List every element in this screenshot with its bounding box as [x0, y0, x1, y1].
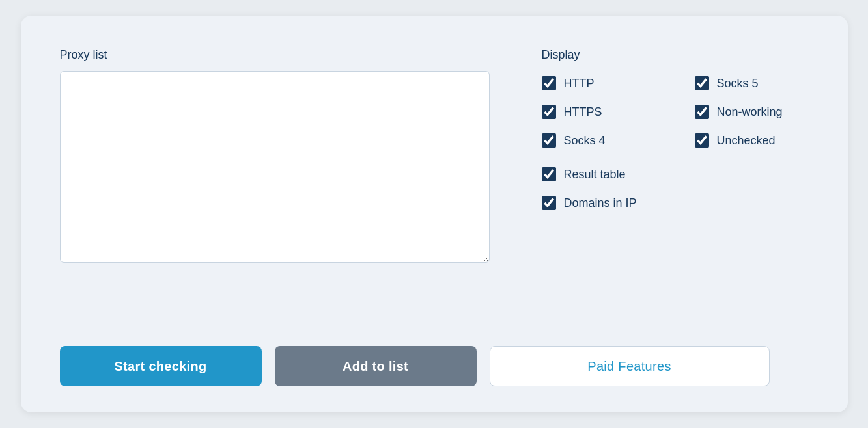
checkbox-domains-in-ip[interactable]: [542, 196, 556, 210]
checkbox-label-socks4: Socks 4: [564, 134, 606, 148]
top-section: Proxy list Display HTTP Socks 5: [60, 48, 809, 320]
checkbox-label-https: HTTPS: [564, 105, 602, 119]
add-to-list-button[interactable]: Add to list: [275, 346, 477, 386]
bottom-section: Start checking Add to list Paid Features: [60, 346, 809, 386]
checkbox-socks4[interactable]: [542, 133, 556, 148]
start-checking-button[interactable]: Start checking: [60, 346, 262, 386]
checkbox-result-table[interactable]: [542, 167, 556, 181]
checkboxes-single: Result table Domains in IP: [542, 167, 809, 210]
checkbox-label-http: HTTP: [564, 77, 595, 90]
checkbox-label-result-table: Result table: [564, 168, 626, 181]
checkboxes-grid: HTTP Socks 5 HTTPS Non-working: [542, 76, 809, 148]
checkbox-label-nonworking: Non-working: [717, 105, 783, 119]
checkbox-item-result-table[interactable]: Result table: [542, 167, 809, 181]
main-container: Proxy list Display HTTP Socks 5: [21, 16, 848, 412]
proxy-list-label: Proxy list: [60, 48, 490, 62]
checkbox-item-https[interactable]: HTTPS: [542, 105, 656, 119]
checkbox-label-domains-in-ip: Domains in IP: [564, 196, 637, 210]
checkbox-socks5[interactable]: [695, 76, 709, 90]
checkbox-http[interactable]: [542, 76, 556, 90]
checkbox-item-unchecked[interactable]: Unchecked: [695, 133, 809, 148]
checkbox-item-socks4[interactable]: Socks 4: [542, 133, 656, 148]
right-panel: Display HTTP Socks 5 HTTPS: [542, 48, 809, 320]
checkbox-item-domains-in-ip[interactable]: Domains in IP: [542, 196, 809, 210]
checkbox-label-unchecked: Unchecked: [717, 134, 776, 148]
checkbox-unchecked[interactable]: [695, 133, 709, 148]
paid-features-button[interactable]: Paid Features: [490, 346, 770, 386]
proxy-textarea[interactable]: [60, 71, 490, 263]
checkbox-nonworking[interactable]: [695, 105, 709, 119]
display-label: Display: [542, 48, 809, 62]
checkbox-label-socks5: Socks 5: [717, 77, 759, 90]
left-panel: Proxy list: [60, 48, 490, 320]
checkbox-item-socks5[interactable]: Socks 5: [695, 76, 809, 90]
checkbox-https[interactable]: [542, 105, 556, 119]
checkbox-item-nonworking[interactable]: Non-working: [695, 105, 809, 119]
checkbox-item-http[interactable]: HTTP: [542, 76, 656, 90]
